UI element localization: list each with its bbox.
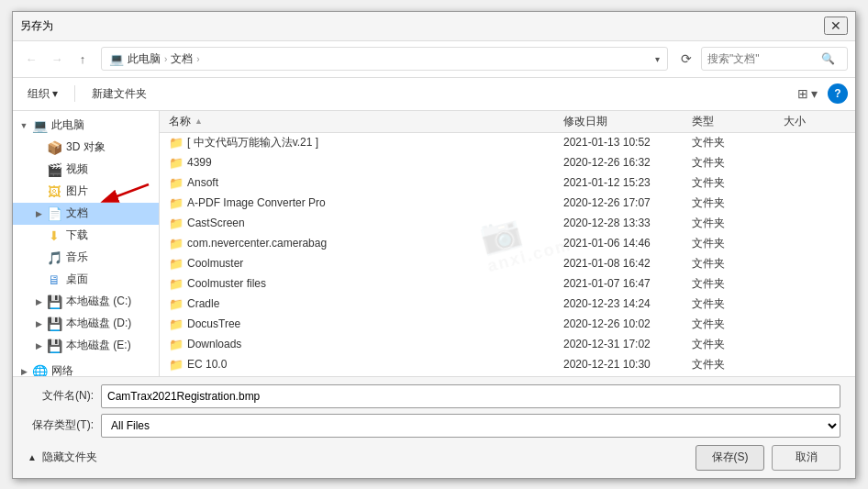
file-date: 2020-12-26 10:02 bbox=[558, 317, 686, 330]
filename-input[interactable] bbox=[101, 384, 840, 408]
breadcrumb-documents[interactable]: 文档 bbox=[171, 51, 193, 67]
table-row[interactable]: 📁 DocusTree 2020-12-26 10:02 文件夹 bbox=[160, 315, 855, 335]
table-row[interactable]: 📁 CastScreen 2020-12-28 13:33 文件夹 bbox=[160, 214, 855, 234]
hide-files-label: 隐藏文件夹 bbox=[42, 450, 97, 465]
folder-icon: 📁 bbox=[169, 237, 184, 250]
search-input[interactable] bbox=[707, 52, 818, 65]
dialog-title: 另存为 bbox=[20, 18, 53, 34]
sidebar-item-pictures[interactable]: 🖼 图片 bbox=[13, 181, 159, 203]
forward-button[interactable]: → bbox=[46, 48, 68, 70]
file-list: 名称 ▲ 修改日期 类型 大小 📁 [ 中文代码万能输入法v.21 ] 2021… bbox=[160, 111, 855, 376]
toolbar-separator bbox=[74, 85, 75, 102]
table-row[interactable]: 📁 4399 2020-12-26 16:32 文件夹 bbox=[160, 153, 855, 173]
cancel-button[interactable]: 取消 bbox=[772, 445, 840, 471]
sidebar-item-computer[interactable]: ▼ 💻 此电脑 bbox=[13, 115, 159, 137]
file-name: Downloads bbox=[187, 338, 241, 350]
breadcrumb-dropdown-icon[interactable]: ▾ bbox=[655, 54, 660, 64]
sidebar: ▼ 💻 此电脑 📦 3D 对象 🎬 视频 🖼 图片 ▶ 📄 bbox=[13, 111, 160, 376]
file-name: Coolmuster bbox=[187, 257, 243, 270]
sidebar-item-drive-d[interactable]: ▶ 💾 本地磁盘 (D:) bbox=[13, 313, 159, 335]
toggle-computer: ▼ bbox=[17, 118, 31, 133]
file-name: EC 10.0 bbox=[187, 358, 227, 371]
file-date: 2020-12-31 17:02 bbox=[558, 338, 686, 350]
table-row[interactable]: 📁 Coolmuster 2021-01-08 16:42 文件夹 bbox=[160, 254, 855, 274]
file-name: DocusTree bbox=[187, 317, 240, 330]
sidebar-item-drive-c[interactable]: ▶ 💾 本地磁盘 (C:) bbox=[13, 291, 159, 313]
toggle-downloads bbox=[31, 228, 46, 243]
toggle-pictures bbox=[31, 184, 46, 199]
filetype-row: 保存类型(T): All Files bbox=[28, 414, 840, 438]
table-row[interactable]: 📁 Emicsoft Studio 2021-01-11 8:08 文件夹 bbox=[160, 375, 855, 376]
sidebar-item-3d[interactable]: 📦 3D 对象 bbox=[13, 137, 159, 159]
header-name[interactable]: 名称 ▲ bbox=[163, 114, 558, 129]
bottom-actions: ▲ 隐藏文件夹 保存(S) 取消 bbox=[28, 445, 840, 471]
file-date: 2020-12-21 10:30 bbox=[558, 358, 686, 371]
close-button[interactable]: ✕ bbox=[824, 17, 848, 35]
sidebar-label-drive-d: 本地磁盘 (D:) bbox=[66, 316, 131, 331]
main-content: ▼ 💻 此电脑 📦 3D 对象 🎬 视频 🖼 图片 ▶ 📄 bbox=[13, 111, 855, 376]
sidebar-item-documents[interactable]: ▶ 📄 文档 bbox=[13, 203, 159, 225]
save-button[interactable]: 保存(S) bbox=[696, 445, 764, 471]
file-type: 文件夹 bbox=[686, 216, 778, 231]
computer-icon: 💻 bbox=[109, 52, 124, 66]
filetype-select[interactable]: All Files bbox=[101, 414, 840, 438]
folder-icon: 📁 bbox=[169, 338, 184, 351]
folder-icon: 📁 bbox=[169, 196, 184, 210]
sidebar-item-video[interactable]: 🎬 视频 bbox=[13, 159, 159, 181]
address-toolbar: ← → ↑ 💻 此电脑 › 文档 › ▾ ⟳ 🔍 bbox=[13, 41, 855, 78]
sidebar-item-downloads[interactable]: ⬇ 下载 bbox=[13, 225, 159, 247]
folder-icon: 📁 bbox=[169, 156, 184, 170]
toggle-drive-c: ▶ bbox=[31, 295, 46, 309]
search-icon[interactable]: 🔍 bbox=[821, 52, 835, 65]
file-date: 2021-01-13 10:52 bbox=[558, 136, 686, 149]
file-name: 4399 bbox=[187, 156, 212, 169]
file-name: Cradle bbox=[187, 297, 219, 310]
drive-e-icon: 💾 bbox=[46, 338, 62, 354]
file-type: 文件夹 bbox=[686, 236, 778, 251]
file-name: Ansoft bbox=[187, 176, 218, 189]
sidebar-item-drive-e[interactable]: ▶ 💾 本地磁盘 (E:) bbox=[13, 335, 159, 357]
breadcrumb-computer[interactable]: 此电脑 bbox=[128, 51, 161, 67]
back-button[interactable]: ← bbox=[20, 48, 42, 70]
organize-button[interactable]: 组织 ▾ bbox=[20, 82, 65, 106]
header-date[interactable]: 修改日期 bbox=[558, 114, 686, 129]
network-icon: 🌐 bbox=[31, 363, 48, 376]
file-list-header: 名称 ▲ 修改日期 类型 大小 bbox=[160, 111, 855, 133]
refresh-button[interactable]: ⟳ bbox=[675, 48, 697, 70]
table-row[interactable]: 📁 Coolmuster files 2021-01-07 16:47 文件夹 bbox=[160, 274, 855, 295]
table-row[interactable]: 📁 Downloads 2020-12-31 17:02 文件夹 bbox=[160, 335, 855, 355]
file-date: 2021-01-12 15:23 bbox=[558, 176, 686, 189]
folder-icon: 📁 bbox=[169, 257, 184, 271]
help-button[interactable]: ? bbox=[828, 83, 848, 104]
table-row[interactable]: 📁 [ 中文代码万能输入法v.21 ] 2021-01-13 10:52 文件夹 bbox=[160, 133, 855, 153]
sidebar-item-network[interactable]: ▶ 🌐 网络 bbox=[13, 361, 159, 376]
sidebar-item-desktop[interactable]: 🖥 桌面 bbox=[13, 269, 159, 291]
new-folder-button[interactable]: 新建文件夹 bbox=[84, 82, 154, 106]
file-name: A-PDF Image Converter Pro bbox=[187, 196, 326, 209]
folder-icon: 📁 bbox=[169, 176, 184, 190]
file-rows-container: 📁 [ 中文代码万能输入法v.21 ] 2021-01-13 10:52 文件夹… bbox=[160, 133, 855, 376]
folder-pictures-icon: 🖼 bbox=[46, 183, 62, 200]
file-date: 2021-01-08 16:42 bbox=[558, 257, 686, 270]
table-row[interactable]: 📁 Ansoft 2021-01-12 15:23 文件夹 bbox=[160, 173, 855, 194]
folder-desktop-icon: 🖥 bbox=[46, 272, 62, 288]
file-date: 2021-01-06 14:46 bbox=[558, 237, 686, 250]
search-bar: 🔍 bbox=[701, 47, 848, 71]
folder-video-icon: 🎬 bbox=[46, 161, 62, 178]
hide-files-toggle[interactable]: ▲ 隐藏文件夹 bbox=[28, 450, 97, 465]
file-type: 文件夹 bbox=[686, 256, 778, 272]
header-size[interactable]: 大小 bbox=[778, 114, 851, 129]
sidebar-item-music[interactable]: 🎵 音乐 bbox=[13, 247, 159, 269]
header-type[interactable]: 类型 bbox=[686, 114, 778, 129]
table-row[interactable]: 📁 A-PDF Image Converter Pro 2020-12-26 1… bbox=[160, 194, 855, 214]
file-type: 文件夹 bbox=[686, 296, 778, 312]
table-row[interactable]: 📁 com.nevercenter.camerabag 2021-01-06 1… bbox=[160, 234, 855, 254]
folder-music-icon: 🎵 bbox=[46, 250, 62, 266]
folder-icon: 📁 bbox=[169, 217, 184, 230]
folder-icon: 📁 bbox=[169, 358, 184, 372]
breadcrumb-sep2: › bbox=[196, 54, 199, 64]
view-button[interactable]: ⊞ ▾ bbox=[795, 82, 820, 106]
table-row[interactable]: 📁 Cradle 2020-12-23 14:24 文件夹 bbox=[160, 295, 855, 315]
up-button[interactable]: ↑ bbox=[72, 48, 94, 70]
table-row[interactable]: 📁 EC 10.0 2020-12-21 10:30 文件夹 bbox=[160, 355, 855, 375]
